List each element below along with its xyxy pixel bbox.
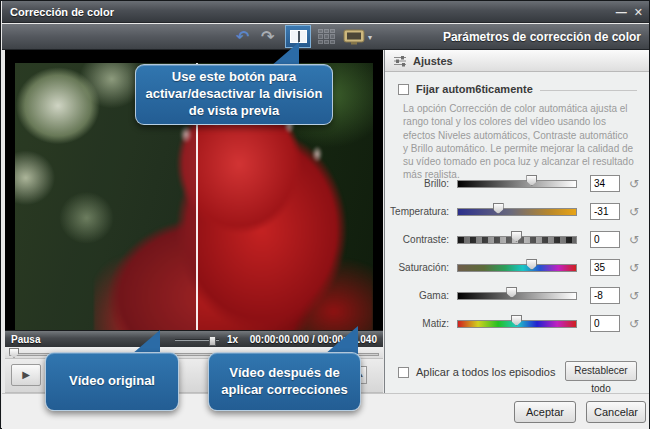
monitor-icon [343,29,365,46]
gama-value-input[interactable] [590,287,620,304]
corrected-callout-pointer [325,326,358,354]
minimize-icon[interactable]: — [616,1,627,23]
matiz-value-input[interactable] [590,315,620,332]
divider [540,90,637,91]
matiz-slider[interactable] [457,320,577,328]
contraste-slider-thumb[interactable] [511,231,522,242]
grid-view-button[interactable] [318,29,335,44]
gama-label: Gama: [419,290,449,301]
corrected-callout: Vídeo después de aplicar correcciones [208,352,361,411]
auto-fix-description: La opción Corrección de color automática… [403,102,635,182]
auto-fix-row: Fijar autom6ticamente [398,82,637,96]
contraste-label: Contraste: [403,234,449,245]
slider-row-temperatura: Temperatura: ↺ [385,205,649,219]
panel-title: Ajustes [413,55,453,67]
slider-row-matiz: Matiz: ↺ [385,317,649,331]
speed-value: 1x [227,334,238,345]
brillo-slider-thumb[interactable] [526,175,537,186]
contraste-value-input[interactable] [590,231,620,248]
temperatura-label: Temperatura: [390,206,449,217]
split-callout-pointer [271,42,299,66]
gama-slider-thumb[interactable] [506,287,517,298]
panel-header: Ajustes [385,50,649,72]
contraste-reset-icon[interactable]: ↺ [629,233,639,247]
speed-slider[interactable] [175,339,219,341]
original-callout: Vídeo original [45,352,179,411]
playback-status: Pausa [5,334,40,345]
saturacion-reset-icon[interactable]: ↺ [629,261,639,275]
saturacion-slider[interactable] [457,264,577,272]
contraste-slider[interactable] [457,236,577,244]
play-button[interactable]: ▶ [11,364,41,386]
window-title: Corrección de color [2,6,114,18]
slider-row-brillo: Brillo: ↺ [385,177,649,191]
title-bar[interactable]: Corrección de color — ✕ [2,1,649,23]
brillo-slider[interactable] [457,180,577,188]
matiz-slider-thumb[interactable] [511,315,522,326]
toolbar: ↶ ↷ ▾ Parámetros de corrección de color [2,24,649,50]
matiz-label: Matiz: [422,318,449,329]
temperatura-value-input[interactable] [590,203,620,220]
apply-all-checkbox[interactable] [398,367,409,378]
settings-panel: Ajustes Fijar autom6ticamente La opción … [384,50,649,393]
accept-button[interactable]: Aceptar [514,401,576,423]
seek-thumb[interactable] [9,348,19,358]
temperatura-slider[interactable] [457,208,577,216]
brillo-value-input[interactable] [590,175,620,192]
slider-row-saturacion: Saturación: ↺ [385,261,649,275]
speed-slider-thumb[interactable] [209,336,216,346]
apply-all-label: Aplicar a todos los episodios [416,366,555,378]
toolbar-title: Parámetros de corrección de color [443,24,641,50]
brillo-reset-icon[interactable]: ↺ [629,177,639,191]
saturacion-label: Saturación: [398,262,449,273]
saturacion-value-input[interactable] [590,259,620,276]
brillo-label: Brillo: [424,178,449,189]
slider-row-contraste: Contraste: ↺ [385,233,649,247]
gama-reset-icon[interactable]: ↺ [629,289,639,303]
temperatura-slider-thumb[interactable] [493,203,504,214]
color-correction-dialog: Corrección de color — ✕ ↶ ↷ ▾ Parámetros… [0,0,650,429]
apply-all-row: Aplicar a todos los episodios [398,364,555,380]
auto-fix-checkbox[interactable] [398,84,409,95]
auto-fix-label: Fijar autom6ticamente [416,83,533,95]
saturacion-slider-thumb[interactable] [526,259,537,270]
cancel-button[interactable]: Cancelar [586,401,646,423]
close-icon[interactable]: ✕ [634,1,643,23]
matiz-reset-icon[interactable]: ↺ [629,317,639,331]
chevron-down-icon[interactable]: ▾ [368,33,372,42]
temperatura-reset-icon[interactable]: ↺ [629,205,639,219]
slider-row-gama: Gama: ↺ [385,289,649,303]
monitor-view-button[interactable]: ▾ [343,27,377,47]
sliders-icon [393,55,407,67]
original-callout-pointer [132,330,160,354]
split-callout: Use este botón para activar/desactivar l… [135,64,333,125]
undo-icon[interactable]: ↶ [236,26,249,48]
gama-slider[interactable] [457,292,577,300]
reset-all-button[interactable]: Restablecer todo [565,361,637,381]
